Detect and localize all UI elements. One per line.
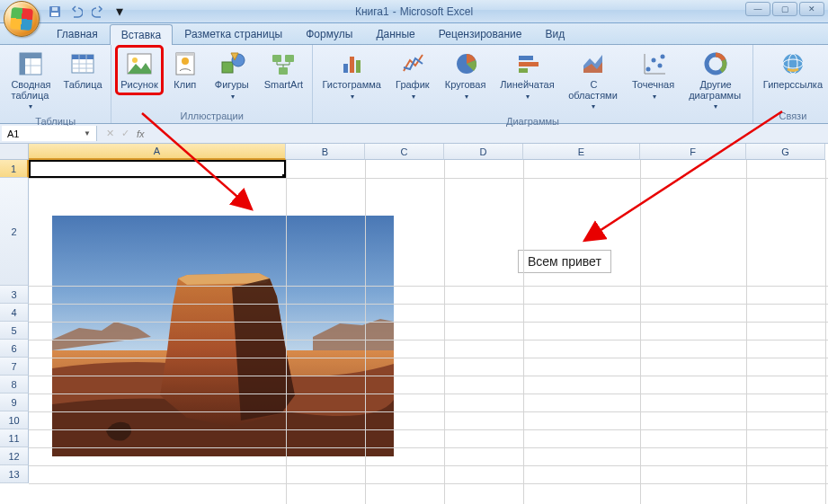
- office-logo-icon: [10, 7, 33, 31]
- cancel-icon[interactable]: ✕: [106, 128, 114, 139]
- ribbon-tabs: ГлавнаяВставкаРазметка страницыФормулыДа…: [0, 23, 828, 45]
- textbox-text: Всем привет: [528, 254, 601, 269]
- column-label: Гистограмма ▾: [322, 80, 383, 101]
- row-header-8[interactable]: 8: [0, 376, 29, 393]
- name-box[interactable]: A1 ▼: [2, 126, 97, 141]
- smartart-button[interactable]: SmartArt: [261, 47, 307, 93]
- hyperlink-button[interactable]: Гиперссылка: [759, 47, 827, 93]
- table-icon: [68, 49, 97, 78]
- tab-разметка страницы[interactable]: Разметка страницы: [173, 23, 294, 44]
- row-header-13[interactable]: 13: [0, 465, 29, 483]
- desert-mesa-photo: [52, 216, 394, 456]
- line-button[interactable]: График ▾: [390, 47, 436, 103]
- formula-input-area[interactable]: ✕ ✓ fx: [99, 124, 828, 143]
- minimize-button[interactable]: —: [745, 2, 770, 16]
- column-header-A[interactable]: A: [29, 144, 286, 160]
- scatter-button[interactable]: Точечная ▾: [628, 47, 681, 103]
- column-header-E[interactable]: E: [523, 144, 640, 160]
- row-header-6[interactable]: 6: [0, 340, 29, 358]
- shapes-button[interactable]: Фигуры ▾: [209, 47, 257, 103]
- undo-icon[interactable]: [68, 4, 85, 20]
- chevron-down-icon: ▾: [29, 102, 32, 111]
- svg-point-33: [657, 64, 662, 68]
- row-header-12[interactable]: 12: [0, 447, 29, 465]
- column-header-D[interactable]: D: [444, 144, 523, 160]
- clip-button[interactable]: Клип: [165, 47, 205, 93]
- bar-button[interactable]: Линейчатая ▾: [496, 47, 561, 103]
- active-cell[interactable]: [29, 160, 286, 178]
- chart-scatter-icon: [640, 49, 669, 78]
- column-header-B[interactable]: B: [286, 144, 365, 160]
- row-header-11[interactable]: 11: [0, 429, 29, 447]
- svg-rect-9: [72, 55, 93, 59]
- chevron-down-icon[interactable]: ▼: [84, 129, 91, 137]
- svg-rect-29: [519, 62, 539, 66]
- row-header-9[interactable]: 9: [0, 393, 29, 411]
- row-header-10[interactable]: 10: [0, 411, 29, 429]
- hyperlink-label: Гиперссылка: [763, 80, 823, 91]
- column-button[interactable]: Гистограмма ▾: [318, 47, 387, 103]
- column-headers: ABCDEFG: [29, 144, 825, 160]
- row-header-1[interactable]: 1: [0, 160, 29, 178]
- pivot-label: Сводная таблица ▾: [10, 80, 52, 111]
- row-header-4[interactable]: 4: [0, 304, 29, 322]
- window-title: Книга1 - Microsoft Excel: [355, 5, 473, 18]
- other-button[interactable]: Другие диаграммы ▾: [684, 47, 746, 114]
- cells-area[interactable]: Всем привет: [29, 160, 828, 504]
- bar-label: Линейчатая ▾: [500, 80, 556, 101]
- pivot-button[interactable]: Сводная таблица ▾: [5, 47, 57, 114]
- area-button[interactable]: С областями ▾: [564, 47, 623, 114]
- redo-icon[interactable]: [90, 4, 106, 20]
- close-button[interactable]: ✕: [799, 2, 824, 16]
- svg-rect-1: [51, 13, 58, 16]
- tab-вид[interactable]: Вид: [533, 23, 576, 44]
- maximize-button[interactable]: ▢: [772, 2, 797, 16]
- column-header-G[interactable]: G: [746, 144, 825, 160]
- row-header-2[interactable]: 2: [0, 178, 29, 286]
- formula-bar: A1 ▼ ✕ ✓ fx: [0, 124, 828, 144]
- column-header-F[interactable]: F: [640, 144, 746, 160]
- chart-bar-icon: [513, 49, 542, 78]
- tab-данные[interactable]: Данные: [364, 23, 426, 44]
- tab-вставка[interactable]: Вставка: [110, 24, 174, 45]
- tab-рецензирование[interactable]: Рецензирование: [427, 23, 534, 44]
- svg-rect-19: [222, 62, 233, 73]
- ribbon-group-диаграммы: Гистограмма ▾График ▾Круговая ▾Линейчата…: [313, 45, 753, 123]
- chevron-down-icon: ▾: [714, 102, 717, 111]
- clip-icon: [171, 49, 200, 78]
- row-header-3[interactable]: 3: [0, 286, 29, 304]
- hyperlink-icon: [779, 49, 807, 78]
- fx-icon[interactable]: fx: [137, 128, 145, 139]
- svg-rect-21: [272, 55, 281, 62]
- chevron-down-icon: ▾: [526, 93, 530, 101]
- table-button[interactable]: Таблица: [60, 47, 105, 93]
- chevron-down-icon: ▾: [412, 93, 415, 101]
- svg-rect-5: [20, 53, 25, 75]
- svg-point-32: [651, 58, 655, 63]
- svg-point-15: [132, 57, 138, 63]
- inserted-picture[interactable]: [52, 216, 394, 456]
- tab-главная[interactable]: Главная: [45, 23, 110, 44]
- chevron-down-icon: ▾: [465, 93, 468, 101]
- shapes-label: Фигуры ▾: [213, 80, 253, 101]
- office-button[interactable]: [4, 1, 40, 37]
- picture-button[interactable]: Рисунок: [117, 47, 162, 93]
- qat-more-icon[interactable]: ▾: [111, 4, 128, 20]
- pie-button[interactable]: Круговая ▾: [440, 47, 492, 103]
- picture-icon: [125, 49, 154, 78]
- tab-формулы[interactable]: Формулы: [294, 23, 364, 44]
- other-label: Другие диаграммы ▾: [689, 80, 743, 111]
- svg-point-31: [645, 67, 650, 72]
- column-header-C[interactable]: C: [365, 144, 444, 160]
- chart-line-icon: [399, 49, 428, 78]
- svg-point-17: [182, 57, 189, 65]
- inserted-textbox[interactable]: Всем привет: [518, 250, 611, 273]
- confirm-icon[interactable]: ✓: [121, 128, 129, 139]
- select-all-corner[interactable]: [0, 144, 29, 160]
- worksheet[interactable]: ABCDEFG 12345678910111213: [0, 144, 828, 504]
- ribbon-group-иллюстрации: РисунокКлипФигуры ▾SmartArtИллюстрации: [111, 45, 313, 123]
- row-header-5[interactable]: 5: [0, 322, 29, 340]
- row-header-7[interactable]: 7: [0, 358, 29, 376]
- smartart-icon: [269, 49, 298, 78]
- save-icon[interactable]: [47, 4, 63, 20]
